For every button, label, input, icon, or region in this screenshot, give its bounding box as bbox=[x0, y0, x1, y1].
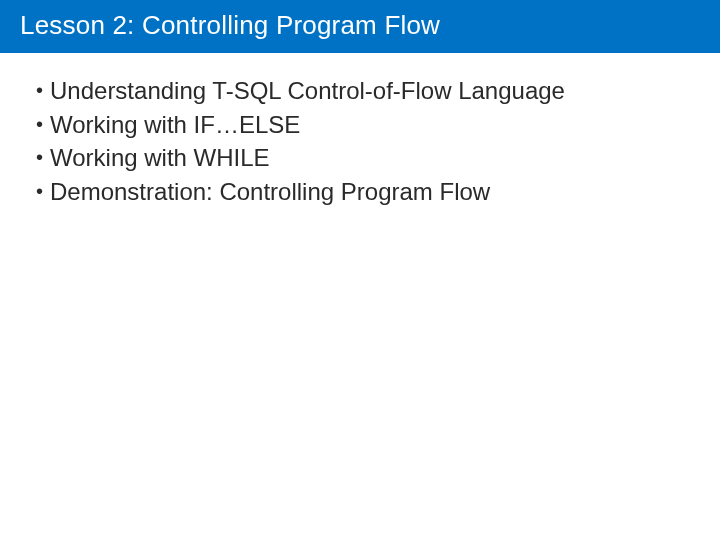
list-item: Working with IF…ELSE bbox=[36, 109, 690, 141]
list-item: Demonstration: Controlling Program Flow bbox=[36, 176, 690, 208]
bullet-text: Demonstration: Controlling Program Flow bbox=[50, 178, 490, 205]
bullet-text: Understanding T-SQL Control-of-Flow Lang… bbox=[50, 77, 565, 104]
slide-title: Lesson 2: Controlling Program Flow bbox=[20, 10, 440, 40]
slide-title-bar: Lesson 2: Controlling Program Flow bbox=[0, 0, 720, 53]
slide-content: Understanding T-SQL Control-of-Flow Lang… bbox=[0, 53, 720, 208]
slide: Lesson 2: Controlling Program Flow Under… bbox=[0, 0, 720, 540]
list-item: Understanding T-SQL Control-of-Flow Lang… bbox=[36, 75, 690, 107]
bullet-text: Working with WHILE bbox=[50, 144, 270, 171]
bullet-text: Working with IF…ELSE bbox=[50, 111, 300, 138]
bullet-list: Understanding T-SQL Control-of-Flow Lang… bbox=[36, 75, 690, 208]
list-item: Working with WHILE bbox=[36, 142, 690, 174]
